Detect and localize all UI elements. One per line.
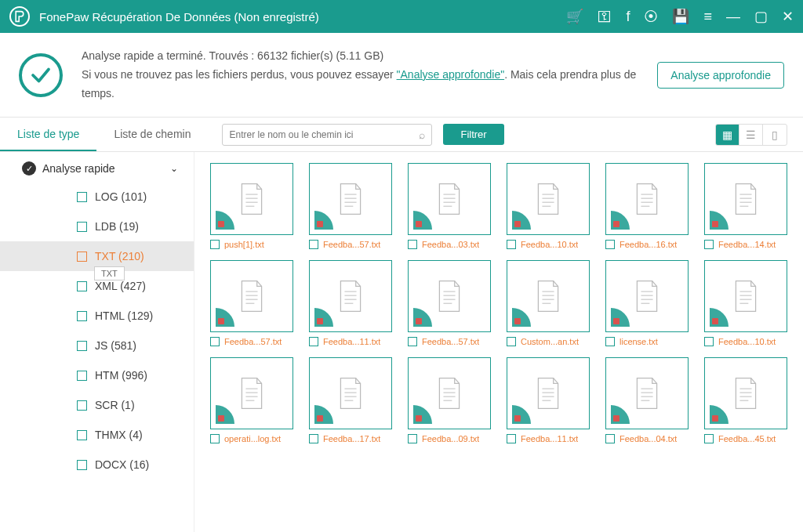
tree-item-checkbox[interactable] <box>77 281 87 291</box>
file-checkbox[interactable] <box>210 337 220 346</box>
svg-rect-4 <box>218 221 224 227</box>
file-thumbnail[interactable] <box>309 357 392 429</box>
file-name: operati...log.txt <box>224 434 281 443</box>
file-thumbnail[interactable] <box>507 260 590 332</box>
tree-item[interactable]: JS (581) <box>0 331 194 360</box>
file-thumbnail[interactable] <box>210 163 293 235</box>
view-grid-icon[interactable]: ▦ <box>716 125 739 145</box>
file-meta: Feedba...11.txt <box>507 434 590 443</box>
file-meta: Feedba...10.txt <box>704 337 787 346</box>
search-box[interactable]: ⌕ <box>222 124 432 146</box>
file-thumbnail[interactable] <box>210 357 293 429</box>
file-thumbnail[interactable] <box>605 260 689 332</box>
file-thumbnail[interactable] <box>704 357 787 429</box>
titlebar: FonePaw Récupération De Données (Non enr… <box>0 0 803 33</box>
file-checkbox[interactable] <box>507 434 516 443</box>
file-meta: Feedba...10.txt <box>507 240 590 249</box>
scan-status-banner: Analyse rapide a terminé. Trouvés : 6613… <box>0 33 803 118</box>
view-detail-icon[interactable]: ▯ <box>763 125 787 145</box>
tree-item-checkbox[interactable] <box>77 430 87 440</box>
tree-item-checkbox[interactable] <box>77 371 87 381</box>
tree-item-checkbox[interactable] <box>77 192 87 202</box>
tree-root-quick-scan[interactable]: ✓ Analyse rapide ⌄ <box>0 155 194 182</box>
file-name: Custom...an.txt <box>521 337 579 346</box>
file-meta: license.txt <box>605 337 689 346</box>
facebook-icon[interactable]: f <box>626 9 630 25</box>
save-icon[interactable]: 💾 <box>672 8 689 25</box>
deep-scan-button[interactable]: Analyse approfondie <box>657 62 784 89</box>
file-checkbox[interactable] <box>507 240 516 249</box>
file-checkbox[interactable] <box>704 240 714 249</box>
file-checkbox[interactable] <box>210 240 220 249</box>
close-icon[interactable]: ✕ <box>782 8 794 25</box>
tree-item[interactable]: HTML (129) <box>0 301 194 331</box>
search-icon[interactable]: ⌕ <box>419 128 425 141</box>
file-checkbox[interactable] <box>605 434 615 443</box>
file-thumbnail[interactable] <box>309 163 392 235</box>
minimize-icon[interactable]: — <box>726 9 740 25</box>
tree-item-checkbox[interactable] <box>77 252 87 262</box>
file-checkbox[interactable] <box>704 337 714 346</box>
toolbar: Liste de type Liste de chemin ⌕ Filtrer … <box>0 118 803 152</box>
file-thumbnail[interactable] <box>704 163 787 235</box>
file-thumbnail[interactable] <box>507 357 590 429</box>
file-thumbnail[interactable] <box>507 163 590 235</box>
maximize-icon[interactable]: ▢ <box>754 8 768 25</box>
tree-item-label: THMX (4) <box>95 429 143 441</box>
file-checkbox[interactable] <box>605 337 615 346</box>
file-checkbox[interactable] <box>408 337 417 346</box>
tree-item-checkbox[interactable] <box>77 341 87 351</box>
file-thumbnail[interactable] <box>408 163 491 235</box>
file-checkbox[interactable] <box>309 337 318 346</box>
tree-item-checkbox[interactable] <box>77 311 87 321</box>
tree-item-checkbox[interactable] <box>77 222 87 232</box>
tree-item-label: HTM (996) <box>95 369 147 382</box>
file-checkbox[interactable] <box>309 240 318 249</box>
file-name: Feedba...57.txt <box>224 337 282 346</box>
tree-item-checkbox[interactable] <box>77 400 87 411</box>
file-checkbox[interactable] <box>605 240 615 249</box>
file-thumbnail[interactable] <box>605 357 689 429</box>
file-card: Feedba...11.txt <box>507 357 590 443</box>
file-name: Feedba...11.txt <box>521 434 578 443</box>
file-checkbox[interactable] <box>408 240 417 249</box>
tree-item-checkbox[interactable] <box>77 460 87 470</box>
file-thumbnail[interactable] <box>210 260 293 332</box>
cart-icon[interactable]: 🛒 <box>566 8 583 25</box>
search-input[interactable] <box>229 129 419 140</box>
tab-type-list[interactable]: Liste de type <box>0 118 96 151</box>
filter-button[interactable]: Filtrer <box>443 124 503 145</box>
help-icon[interactable]: ⦿ <box>644 9 658 25</box>
tree-item[interactable]: LDB (19) <box>0 212 194 241</box>
sidebar: ✓ Analyse rapide ⌄ LOG (101)LDB (19)TXT … <box>0 152 194 532</box>
svg-rect-74 <box>416 415 422 422</box>
key-icon[interactable]: ⚿ <box>598 9 612 25</box>
tab-path-list[interactable]: Liste de chemin <box>96 118 208 151</box>
svg-rect-24 <box>613 221 620 227</box>
file-checkbox[interactable] <box>507 337 516 346</box>
tree-item[interactable]: HTM (996) <box>0 360 194 390</box>
tree-item[interactable]: TXT (210)TXT <box>0 241 194 271</box>
file-thumbnail[interactable] <box>408 357 491 429</box>
view-list-icon[interactable]: ☰ <box>739 125 763 145</box>
file-checkbox[interactable] <box>704 434 714 443</box>
tree-item[interactable]: SCR (1) <box>0 390 194 420</box>
file-thumbnail[interactable] <box>704 260 787 332</box>
file-thumbnail[interactable] <box>605 163 689 235</box>
file-name: Feedba...45.txt <box>718 434 776 443</box>
file-checkbox[interactable] <box>309 434 318 443</box>
file-card: Feedba...57.txt <box>408 260 491 346</box>
file-meta: Feedba...57.txt <box>210 337 293 346</box>
tree-item[interactable]: THMX (4) <box>0 420 194 450</box>
tree-item[interactable]: XML (427) <box>0 271 194 301</box>
file-meta: Feedba...14.txt <box>704 240 787 249</box>
deep-scan-link[interactable]: "Analyse approfondie" <box>397 68 505 81</box>
menu-icon[interactable]: ≡ <box>703 9 712 25</box>
file-thumbnail[interactable] <box>309 260 392 332</box>
file-thumbnail[interactable] <box>408 260 491 332</box>
app-title: FonePaw Récupération De Données (Non enr… <box>39 10 566 24</box>
file-checkbox[interactable] <box>408 434 417 443</box>
tree-item[interactable]: LOG (101) <box>0 182 194 212</box>
tree-item[interactable]: DOCX (16) <box>0 450 194 480</box>
file-checkbox[interactable] <box>210 434 220 443</box>
